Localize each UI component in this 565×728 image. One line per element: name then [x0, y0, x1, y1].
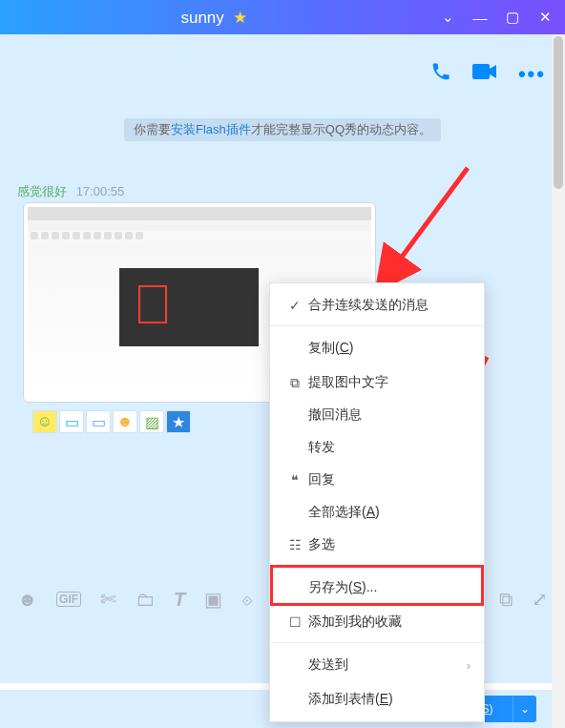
flash-text-pre: 你需要 [134, 122, 171, 136]
file-button[interactable]: 🗀 [136, 589, 155, 611]
gif-button[interactable]: GIF [56, 592, 81, 607]
send-dropdown[interactable]: ⌄ [513, 696, 536, 722]
menu-label: 合并连续发送的消息 [306, 297, 471, 314]
menu-label: 撤回消息 [306, 406, 471, 424]
emoji-icon[interactable]: ☺ [32, 410, 57, 433]
bookmark-icon: ☐ [283, 614, 306, 630]
menu-label: 全部选择(A) [306, 504, 471, 521]
shake-button[interactable]: ⟐ [241, 589, 253, 611]
contact-name: sunny [180, 9, 223, 27]
menu-add-emoji[interactable]: 添加到表情(E) [270, 683, 484, 716]
video-call-icon[interactable] [472, 62, 497, 87]
context-menu: ✓ 合并连续发送的消息 复制(C) ⧉ 提取图中文字 撤回消息 转发 ❝ 回复 [269, 282, 485, 722]
menu-label: 发送到 [306, 656, 467, 674]
flash-text-post: 才能完整显示QQ秀的动态内容。 [251, 122, 431, 136]
chevron-right-icon: › [467, 658, 471, 673]
screen-icon[interactable]: ▭ [59, 410, 84, 433]
menu-add-favorite[interactable]: ☐ 添加到我的收藏 [270, 606, 484, 638]
menu-recall[interactable]: 撤回消息 [270, 399, 484, 431]
menu-send-to[interactable]: 发送到 › [270, 642, 484, 683]
menu-label: 添加到我的收藏 [306, 614, 471, 631]
dropdown-icon[interactable]: ⌄ [441, 10, 454, 24]
sender-name: 感觉很好 [17, 184, 67, 198]
smile-icon[interactable]: ☻ [113, 410, 137, 433]
close-window-button[interactable]: ✕ [538, 10, 552, 24]
menu-select-all[interactable]: 全部选择(A) [270, 496, 484, 529]
emoji-button[interactable]: ☻ [17, 589, 37, 611]
menu-save-as[interactable]: 另存为(S)... [270, 565, 484, 606]
expand-button[interactable]: ⤢ [532, 588, 548, 611]
menu-copy[interactable]: 复制(C) [270, 325, 484, 366]
chat-body: ••• 你需要安装Flash插件才能完整显示QQ秀的动态内容。 感觉很好 17:… [0, 34, 565, 683]
multiselect-icon: ☷ [283, 537, 306, 552]
menu-multiselect[interactable]: ☷ 多选 [270, 529, 484, 561]
favorite-star-icon: ★ [233, 9, 247, 27]
menu-label: 回复 [306, 471, 471, 489]
menu-label: 提取图中文字 [306, 374, 471, 391]
cut-button[interactable]: ✄ [100, 588, 116, 611]
image-button[interactable]: ▣ [204, 588, 222, 611]
scrollbar-thumb[interactable] [554, 36, 563, 189]
menu-label: 添加到表情(E) [306, 691, 471, 708]
picture-icon[interactable]: ▨ [139, 410, 164, 433]
menu-extract-text[interactable]: ⧉ 提取图中文字 [270, 366, 484, 399]
menu-label: 复制(C) [306, 340, 471, 357]
extract-text-icon: ⧉ [283, 375, 306, 391]
install-flash-link[interactable]: 安装Flash插件 [171, 122, 251, 136]
menu-label: 转发 [306, 439, 471, 456]
menu-label: 另存为(S)... [306, 579, 471, 596]
window-title: sunny ★ [0, 8, 428, 28]
menu-reply[interactable]: ❝ 回复 [270, 464, 484, 496]
maximize-button[interactable]: ▢ [506, 10, 519, 24]
history-button[interactable]: ⧉ [499, 589, 513, 611]
reaction-row: ☺ ▭ ▭ ☻ ▨ ★ [32, 410, 191, 433]
app-window: sunny ★ ⌄ ― ▢ ✕ ••• 你需要安装Flash插件才能完整显示QQ… [0, 0, 565, 728]
svg-rect-0 [472, 64, 490, 79]
voice-call-icon[interactable] [430, 61, 451, 88]
display-icon[interactable]: ▭ [86, 410, 111, 433]
menu-forward[interactable]: 转发 [270, 431, 484, 464]
reply-icon: ❝ [283, 472, 306, 488]
paste-button[interactable]: T [174, 589, 185, 611]
svg-line-1 [397, 168, 468, 263]
star-icon[interactable]: ★ [166, 410, 191, 433]
window-controls: ⌄ ― ▢ ✕ [428, 10, 565, 24]
call-toolbar: ••• [430, 61, 546, 88]
check-icon: ✓ [283, 298, 306, 313]
message-header: 感觉很好 17:00:55 [17, 183, 124, 200]
menu-label: 多选 [306, 536, 471, 553]
minimize-button[interactable]: ― [473, 10, 487, 24]
message-time: 17:00:55 [76, 184, 125, 198]
annotation-arrow-1 [391, 158, 477, 276]
title-bar: sunny ★ ⌄ ― ▢ ✕ [0, 0, 565, 34]
menu-merge-messages[interactable]: ✓ 合并连续发送的消息 [270, 289, 484, 322]
more-options-icon[interactable]: ••• [518, 62, 546, 87]
vertical-scrollbar[interactable] [552, 34, 565, 728]
flash-notice: 你需要安装Flash插件才能完整显示QQ秀的动态内容。 [124, 118, 441, 141]
